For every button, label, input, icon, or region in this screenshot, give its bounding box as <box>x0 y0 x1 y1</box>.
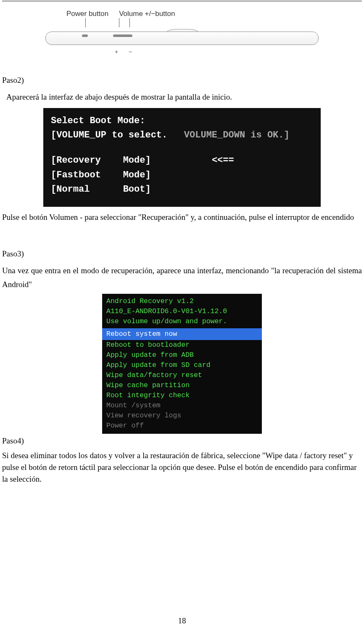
boot-mode-screen: Select Boot Mode: [VOLUME_UP to select. … <box>43 108 321 206</box>
recovery-option: Power off <box>102 421 262 431</box>
page-number: 18 <box>0 616 364 625</box>
step-2-after: Pulse el botón Volumen - para selecciona… <box>2 210 362 224</box>
recovery-hdr-1: Android Recovery v1.2 <box>102 296 262 306</box>
recovery-option: Apply update from ADB <box>102 350 262 360</box>
boot-row-normal: [Normal Boot] <box>51 182 313 197</box>
spacer <box>51 142 313 153</box>
recovery-option: Apply update from SD card <box>102 360 262 370</box>
step-2-intro: Aparecerá la interfaz de abajo después d… <box>2 90 362 104</box>
label-volume-button: Volume +/−button <box>119 10 175 18</box>
recovery-screen: Android Recovery v1.2 A110_E-ANDROID6.0-… <box>102 294 262 434</box>
device-body <box>45 32 319 45</box>
recovery-hdr-3: Use volume up/down and power. <box>102 316 262 327</box>
device-outline <box>45 27 319 48</box>
step-4-text: Si desea eliminar todos los datos y volv… <box>2 450 362 485</box>
recovery-option: Mount /system <box>102 401 262 411</box>
power-button-slot <box>82 34 88 37</box>
step-3-label: Paso3) <box>2 249 362 258</box>
step-2-label: Paso2) <box>2 76 362 85</box>
diagram-labels: Power button Volume +/−button <box>45 10 319 18</box>
diagram-plus-minus: + − <box>45 48 319 57</box>
volume-button-slot <box>113 34 132 37</box>
label-power-button: Power button <box>66 10 108 18</box>
recovery-hdr-2: A110_E-ANDROID6.0-V01-V1.12.0 <box>102 306 262 316</box>
recovery-option: View recovery logs <box>102 411 262 421</box>
device-diagram: Power button Volume +/−button + − <box>45 10 319 57</box>
recovery-option: Reboot to bootloader <box>102 340 262 350</box>
diagram-leader-lines <box>45 18 319 26</box>
recovery-option: Wipe cache partition <box>102 380 262 390</box>
step-4: Paso4) Si desea eliminar todos los datos… <box>2 436 362 485</box>
step-3-intro: Una vez que entra en el modo de recupera… <box>2 264 362 292</box>
boot-hint: [VOLUME_UP to select. VOLUME_DOWN is OK.… <box>51 128 313 142</box>
recovery-highlighted-option: Reboot system now <box>102 328 262 340</box>
plus-mark: + <box>115 48 118 55</box>
boot-row-fastboot: [Fastboot Mode] <box>51 168 313 182</box>
boot-title: Select Boot Mode: <box>51 114 313 128</box>
recovery-option: Wipe data/factory reset <box>102 370 262 380</box>
recovery-option: Root integrity check <box>102 390 262 401</box>
boot-row-recovery: [Recovery Mode] <<== <box>51 153 313 168</box>
step-4-label: Paso4) <box>2 436 362 446</box>
document-page: { "figure1": { "label_power": "Power but… <box>0 1 364 633</box>
step-2: Paso2) Aparecerá la interfaz de abajo de… <box>2 76 362 224</box>
minus-mark: − <box>129 48 132 55</box>
step-3: Paso3) Una vez que entra en el modo de r… <box>2 249 362 434</box>
top-rule <box>2 1 362 1</box>
